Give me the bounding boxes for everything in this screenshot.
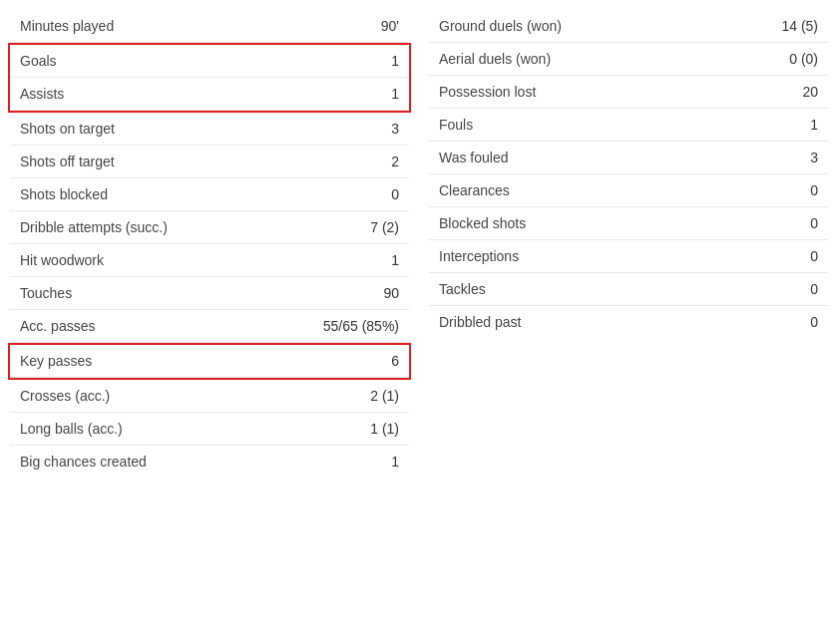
left-column: Minutes played90'Goals1Assists1Shots on … [10,10,409,477]
table-row: Possession lost20 [429,76,828,109]
stat-label: Interceptions [439,248,519,264]
stat-value: 0 (0) [789,51,818,67]
table-row: Blocked shots0 [429,207,828,240]
stat-value: 1 [391,53,399,69]
stat-value: 1 [810,117,818,133]
table-row: Shots on target3 [10,113,409,146]
stat-label: Long balls (acc.) [20,421,123,437]
stat-label: Fouls [439,117,473,133]
table-row: Hit woodwork1 [10,244,409,277]
table-row: Key passes6 [10,345,409,378]
stat-label: Crosses (acc.) [20,388,110,404]
table-row: Assists1 [10,78,409,111]
table-row: Dribble attempts (succ.)7 (2) [10,211,409,244]
stat-value: 2 [391,154,399,169]
stat-value: 14 (5) [781,18,818,34]
stat-value: 0 [810,314,818,330]
stat-value: 1 [391,252,399,268]
stat-value: 1 [391,86,399,102]
highlight-group-b: Key passes6 [10,345,409,378]
stat-value: 6 [391,353,399,369]
stat-label: Big chances created [20,454,147,470]
table-row: Aerial duels (won)0 (0) [429,43,828,76]
table-row: Dribbled past0 [429,306,828,338]
stat-value: 2 (1) [370,388,399,404]
stat-label: Shots off target [20,154,115,169]
stat-label: Assists [20,86,64,102]
stat-label: Ground duels (won) [439,18,562,34]
stat-value: 90' [381,18,399,34]
stat-label: Clearances [439,182,510,198]
table-row: Ground duels (won)14 (5) [429,10,828,43]
right-column: Ground duels (won)14 (5)Aerial duels (wo… [429,10,828,477]
stat-value: 3 [391,121,399,137]
stat-label: Acc. passes [20,318,95,334]
table-row: Touches90 [10,277,409,310]
stat-value: 1 [391,454,399,470]
stat-value: 0 [391,186,399,202]
table-row: Was fouled3 [429,142,828,174]
column-divider [409,10,429,477]
stat-value: 0 [810,281,818,297]
stat-value: 55/65 (85%) [323,318,399,334]
stat-label: Minutes played [20,18,114,34]
table-row: Clearances0 [429,174,828,207]
table-row: Acc. passes55/65 (85%) [10,310,409,343]
table-row: Interceptions0 [429,240,828,273]
stat-label: Key passes [20,353,92,369]
highlight-group-a: Goals1Assists1 [10,45,409,111]
table-row: Crosses (acc.)2 (1) [10,380,409,413]
stat-label: Was fouled [439,150,509,165]
stat-label: Shots blocked [20,186,108,202]
table-row: Shots off target2 [10,146,409,178]
stat-label: Shots on target [20,121,115,137]
stat-label: Hit woodwork [20,252,104,268]
table-row: Tackles0 [429,273,828,306]
stat-label: Blocked shots [439,215,526,231]
stat-label: Dribble attempts (succ.) [20,219,168,235]
table-row: Shots blocked0 [10,178,409,211]
table-row: Goals1 [10,45,409,78]
stat-value: 0 [810,182,818,198]
stat-value: 3 [810,150,818,165]
stat-value: 20 [802,84,818,100]
stat-value: 7 (2) [370,219,399,235]
stat-label: Possession lost [439,84,536,100]
table-row: Long balls (acc.)1 (1) [10,413,409,446]
table-row: Fouls1 [429,109,828,142]
stat-value: 90 [383,285,399,301]
stat-label: Tackles [439,281,486,297]
stat-label: Goals [20,53,57,69]
stat-label: Touches [20,285,72,301]
stat-value: 0 [810,215,818,231]
table-row: Big chances created1 [10,446,409,477]
stat-label: Dribbled past [439,314,522,330]
table-row: Minutes played90' [10,10,409,43]
stat-label: Aerial duels (won) [439,51,551,67]
stat-value: 0 [810,248,818,264]
stat-value: 1 (1) [370,421,399,437]
stats-container: Minutes played90'Goals1Assists1Shots on … [10,10,828,477]
